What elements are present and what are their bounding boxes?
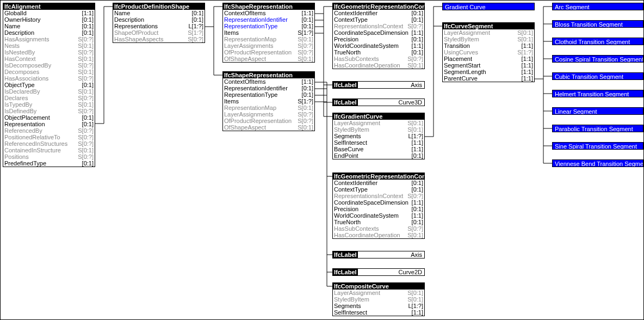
- entity-attr-row: ReferencedByS[0:?]: [3, 127, 95, 134]
- entity-attr-row: WorldCoordinateSystem[1:1]: [333, 42, 424, 49]
- attr-cardinality: [0:1]: [410, 10, 423, 16]
- entity-attr-row: Precision[0:1]: [333, 36, 424, 42]
- entity-attr-row: HasAssociationsS[0:?]: [3, 75, 95, 82]
- attr-cardinality: [1:1]: [300, 10, 313, 16]
- type-box-tE: Cubic Transition Segment: [552, 72, 643, 80]
- attr-name: CoordinateSpaceDimension: [334, 199, 408, 206]
- entity-attr-row: TrueNorth[0:1]: [333, 219, 424, 225]
- entity-attr-row: BaseCurve[1:1]: [333, 146, 424, 152]
- attr-cardinality: [0:1]: [410, 152, 423, 159]
- entity-attr-row: SegmentsL[1:?]: [333, 133, 424, 139]
- entity-attr-row: DecomposesS[0:1]: [3, 69, 95, 75]
- entity-attr-row: SegmentsL[1:?]: [333, 303, 424, 309]
- label-value: Axis: [358, 251, 424, 258]
- entity-attr-row: HasCoordinateOperationS[0:1]: [333, 62, 424, 69]
- entity-attr-row: LayerAssignmentsS[0:?]: [223, 111, 314, 118]
- attr-name: WorldCoordinateSystem: [334, 42, 399, 49]
- attr-cardinality: [0:1]: [80, 114, 94, 121]
- label-type: IfcLabel: [333, 251, 358, 258]
- attr-cardinality: S[0:1]: [76, 101, 94, 108]
- type-box-tC: Clothoid Transition Segment: [552, 38, 643, 45]
- entity-attr-row: ContextIdentifier[0:1]: [333, 10, 424, 16]
- attr-cardinality: [1:1]: [410, 146, 423, 152]
- attr-name: ContextType: [334, 16, 368, 23]
- entity-attr-row: RepresentationsL[1:?]: [113, 23, 205, 29]
- attr-cardinality: S[0:1]: [295, 36, 313, 42]
- entity-attr-row: CoordinateSpaceDimension[1:1]: [333, 29, 424, 36]
- attr-cardinality: S[0:1]: [405, 290, 423, 296]
- entity-attr-row: Representation[0:1]: [3, 121, 95, 127]
- attr-name: Segments: [334, 133, 361, 139]
- entity-attr-row: IsDecomposedByS[0:?]: [3, 62, 95, 69]
- attr-name: RepresentationType: [224, 91, 277, 98]
- attr-cardinality: S[1:?]: [295, 29, 313, 36]
- attr-cardinality: L[1:?]: [406, 303, 423, 309]
- entity-attr-row: ObjectPlacement[0:1]: [3, 114, 95, 121]
- attr-name: HasSubContexts: [334, 56, 379, 62]
- type-box-tH: Parabolic Transition Segment: [552, 125, 643, 132]
- attr-cardinality: S[0:?]: [76, 108, 94, 114]
- entity-attr-row: RepresentationIdentifier[0:1]: [223, 85, 314, 91]
- attr-cardinality: S[0:?]: [76, 75, 94, 82]
- attr-cardinality: [1:1]: [410, 42, 423, 49]
- label-value: Curve3D: [358, 99, 424, 106]
- attr-cardinality: [0:1]: [410, 186, 423, 193]
- attr-name: Description: [114, 16, 144, 23]
- attr-cardinality: S[0:1]: [405, 296, 423, 303]
- entity-attr-row: SelfIntersect[1:1]: [333, 139, 424, 146]
- entity-attr-row: StyledByItemS[0:1]: [333, 126, 424, 133]
- entity-attr-row: StyledByItemS[0:1]: [443, 36, 534, 42]
- entity-attr-row: ParentCurve[1:1]: [443, 75, 534, 82]
- label-type: IfcLabel: [333, 269, 358, 275]
- attr-cardinality: S[0:1]: [295, 56, 313, 62]
- entity-attr-row: Description[0:1]: [3, 29, 95, 36]
- attr-name: ShapeOfProduct: [114, 29, 158, 36]
- entity-attr-row: ContextType[0:1]: [333, 186, 424, 193]
- entity-attr-row: RepresentationMapS[0:1]: [223, 104, 314, 111]
- entity-header: IfcCompositeCurve: [333, 283, 424, 290]
- attr-cardinality: S[0:1]: [295, 104, 313, 111]
- entity-attr-row: ContextType[0:1]: [333, 16, 424, 23]
- type-box-tG: Linear Segment: [552, 107, 643, 115]
- attr-name: LayerAssignment: [334, 290, 380, 296]
- entity-attr-row: SelfIntersect[1:1]: [333, 309, 424, 316]
- attr-cardinality: S[0:1]: [405, 62, 423, 69]
- attr-name: ContextOfItems: [224, 10, 265, 16]
- attr-cardinality: S[0:?]: [76, 49, 94, 56]
- attr-cardinality: [0:1]: [80, 121, 94, 127]
- entity-attr-row: LayerAssignmentS[0:1]: [443, 29, 534, 36]
- attr-name: Items: [224, 98, 239, 104]
- attr-cardinality: S[0:1]: [515, 29, 533, 36]
- attr-cardinality: [0:1]: [80, 82, 94, 88]
- attr-cardinality: [0:1]: [410, 219, 423, 225]
- attr-cardinality: S[0:1]: [295, 124, 313, 131]
- attr-name: PredefinedType: [4, 160, 46, 167]
- attr-cardinality: S[0:1]: [76, 69, 94, 75]
- attr-cardinality: S[0:1]: [405, 126, 423, 133]
- label-box-l9: IfcLabelAxis: [332, 251, 425, 259]
- attr-cardinality: [1:1]: [410, 29, 423, 36]
- attr-name: Items: [224, 29, 239, 36]
- attr-name: GlobalId: [4, 10, 27, 16]
- attr-cardinality: [1:1]: [410, 309, 423, 316]
- attr-name: PositionedRelativeTo: [4, 134, 60, 140]
- attr-cardinality: [0:1]: [300, 23, 313, 29]
- entity-attr-row: HasCoordinateOperationS[0:1]: [333, 232, 424, 238]
- entity-attr-row: RepresentationsInContextS[0:?]: [333, 23, 424, 29]
- attr-name: RepresentationIdentifier: [224, 85, 288, 91]
- attr-name: StyledByItem: [444, 36, 479, 42]
- attr-name: ReferencedBy: [4, 127, 42, 134]
- attr-name: Placement: [444, 56, 472, 62]
- attr-name: LayerAssignments: [224, 42, 274, 49]
- entity-attr-row: SegmentLength[1:1]: [443, 69, 534, 75]
- entity-attr-row: ContextIdentifier[0:1]: [333, 180, 424, 186]
- entity-attr-row: IsDefinedByS[0:?]: [3, 108, 95, 114]
- attr-name: EndPoint: [334, 152, 358, 159]
- attr-name: RepresentationIdentifier: [224, 16, 288, 23]
- attr-cardinality: S[0:1]: [515, 36, 533, 42]
- attr-name: RepresentationsInContext: [334, 193, 403, 199]
- entity-e0: IfcAlignmentGlobalId[1:1]OwnerHistory[0:…: [3, 3, 95, 167]
- attr-cardinality: S[0:?]: [405, 193, 423, 199]
- attr-name: TrueNorth: [334, 219, 361, 225]
- attr-name: ObjectPlacement: [4, 114, 50, 121]
